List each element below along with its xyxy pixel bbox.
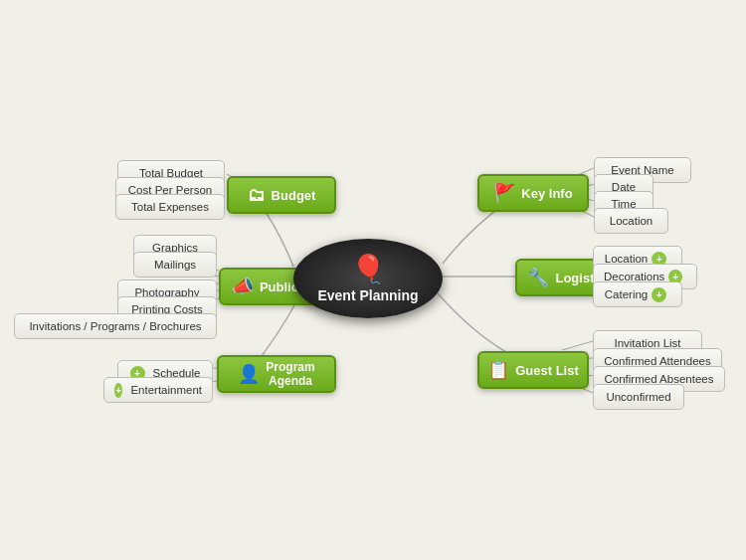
budget-icon: 🗂	[248, 185, 266, 206]
leaf-mailings-text: Mailings	[154, 259, 196, 271]
catering-expand[interactable]: +	[652, 287, 666, 302]
entertainment-expand[interactable]: +	[114, 383, 122, 398]
center-icon: 🎈	[351, 253, 386, 285]
center-label: Event Planning	[317, 287, 418, 304]
leaf-mailings[interactable]: Mailings	[133, 252, 217, 278]
leaf-invitations[interactable]: Invitations / Programs / Brochures	[14, 313, 217, 339]
program-agenda-branch[interactable]: 👤 Program Agenda	[217, 355, 336, 393]
leaf-key-location[interactable]: Location	[594, 208, 668, 234]
leaf-unconfirmed-text: Unconfirmed	[606, 391, 670, 403]
key-info-label: Key Info	[521, 186, 572, 201]
leaf-total-expenses[interactable]: Total Expenses	[115, 194, 225, 220]
key-info-branch[interactable]: 🚩 Key Info	[477, 174, 589, 212]
logistics-icon: 🔧	[527, 267, 549, 288]
publicity-icon: 📣	[232, 276, 254, 297]
program-agenda-icon: 👤	[238, 363, 260, 385]
leaf-invitations-text: Invitations / Programs / Brochures	[29, 320, 201, 332]
leaf-unconfirmed[interactable]: Unconfirmed	[593, 384, 684, 410]
guest-list-branch[interactable]: 📋 Guest List	[477, 351, 589, 389]
program-agenda-label: Program Agenda	[266, 360, 314, 389]
leaf-entertainment-text: Entertainment	[130, 384, 202, 396]
svg-line-17	[562, 341, 593, 350]
key-info-icon: 🚩	[493, 182, 515, 204]
center-node[interactable]: 🎈 Event Planning	[293, 239, 443, 318]
budget-label: Budget	[272, 188, 316, 203]
leaf-catering[interactable]: Catering +	[593, 281, 682, 307]
guest-list-label: Guest List	[515, 363, 579, 378]
leaf-key-location-text: Location	[610, 215, 653, 227]
leaf-total-expenses-text: Total Expenses	[131, 201, 209, 213]
leaf-catering-text: Catering	[605, 288, 648, 300]
leaf-entertainment[interactable]: + Entertainment	[103, 377, 213, 403]
guest-list-icon: 📋	[487, 359, 509, 381]
budget-branch[interactable]: 🗂 Budget	[227, 176, 336, 214]
